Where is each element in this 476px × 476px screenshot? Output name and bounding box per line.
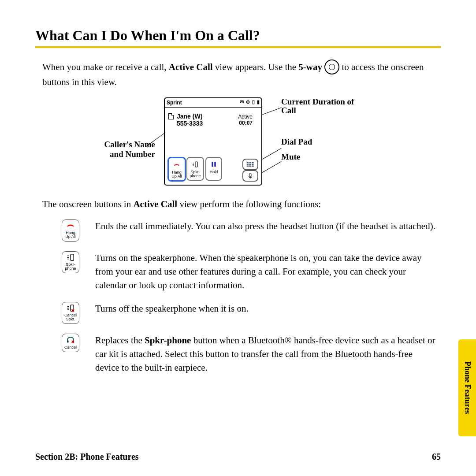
function-row-hangup: Hang Up All Ends the call immediately. Y… xyxy=(62,219,435,242)
icon-label: Cancel xyxy=(64,346,77,350)
headset-cancel-icon xyxy=(66,336,75,344)
svg-rect-15 xyxy=(67,341,69,342)
svg-rect-5 xyxy=(252,162,253,163)
dial-pad-button[interactable] xyxy=(242,159,258,170)
caller-name: Jane (W) xyxy=(177,113,202,120)
call-status: Active xyxy=(238,114,253,120)
lead-text: view perform the following functions: xyxy=(179,199,321,209)
dial-pad-icon xyxy=(246,161,255,167)
cancel-speaker-icon-box: Cancel Spkr. xyxy=(62,302,79,324)
status-icons: ✉ ⊕ ▯ ▮ xyxy=(240,99,260,105)
page-heading: What Can I Do When I'm On a Call? xyxy=(35,27,441,44)
bluetooth-cancel-icon-box: Cancel xyxy=(62,334,79,352)
svg-rect-2 xyxy=(214,162,216,167)
svg-rect-0 xyxy=(195,162,197,167)
speaker-icon xyxy=(66,253,75,261)
speakerphone-icon-box: Spkr- phone xyxy=(62,251,79,273)
side-tab: Phone Features xyxy=(458,339,476,436)
callout-line xyxy=(259,148,282,161)
callout-duration: Current Duration of Call xyxy=(281,97,369,115)
function-text: Ends the call immediately. You can also … xyxy=(95,219,435,242)
hang-up-all-icon-box: Hang Up All xyxy=(62,219,79,242)
callout-dialpad: Dial Pad xyxy=(281,137,356,147)
svg-rect-12 xyxy=(249,173,251,177)
active-call-diagram: Caller's Name and Number Current Duratio… xyxy=(97,97,379,187)
intro-paragraph: When you make or receive a call, Active … xyxy=(42,60,435,89)
svg-rect-3 xyxy=(247,162,249,163)
function-row-speaker: Spkr- phone Turns on the speakerphone. W… xyxy=(62,251,435,292)
mute-icon xyxy=(247,172,254,179)
svg-rect-8 xyxy=(252,164,253,165)
carrier-label: Sprint xyxy=(167,100,182,106)
icon-label: Cancel Spkr. xyxy=(64,313,77,321)
button-label: Spkr- phone xyxy=(187,170,203,178)
function-text: Replaces the Spkr-phone button when a Bl… xyxy=(95,334,435,375)
button-label: Hang Up All xyxy=(169,171,185,178)
footer-section: Section 2B: Phone Features xyxy=(35,452,139,462)
page-footer: Section 2B: Phone Features 65 xyxy=(35,452,441,462)
intro-bold-active-call: Active Call xyxy=(169,62,213,72)
five-way-icon xyxy=(324,60,339,74)
hang-up-all-button[interactable]: Hang Up All xyxy=(167,157,186,182)
button-label: Hold xyxy=(206,170,221,174)
lead-text: The onscreen buttons in xyxy=(42,199,133,209)
onscreen-buttons: Hang Up All Spkr- phone Ho xyxy=(165,157,261,182)
svg-rect-11 xyxy=(252,165,253,167)
function-text: Turns off the speakerphone when it is on… xyxy=(95,302,249,324)
contact-card-icon xyxy=(168,113,174,119)
lead-bold: Active Call xyxy=(133,199,177,209)
cancel-speaker-icon xyxy=(66,304,75,312)
phone-hangup-icon xyxy=(172,160,182,170)
svg-rect-6 xyxy=(247,164,249,165)
svg-rect-1 xyxy=(212,162,213,167)
function-row-bluetooth-cancel: Cancel Replaces the Spkr-phone button wh… xyxy=(62,334,435,375)
svg-rect-13 xyxy=(71,254,74,260)
intro-bold-5way: 5-way xyxy=(298,62,322,72)
phone-status-bar: Sprint ✉ ⊕ ▯ ▮ xyxy=(165,98,261,108)
phone-hangup-icon xyxy=(66,222,75,230)
function-text: Turns on the speakerphone. When the spea… xyxy=(95,251,435,292)
mute-button[interactable] xyxy=(242,170,258,182)
footer-page-number: 65 xyxy=(432,452,441,462)
fn4-bold: Spkr-phone xyxy=(145,335,191,346)
caller-number: 555-3333 xyxy=(177,120,203,127)
icon-label: Spkr- phone xyxy=(65,263,76,271)
pause-icon xyxy=(209,160,219,169)
callout-line xyxy=(259,161,282,175)
hold-button[interactable]: Hold xyxy=(205,157,222,181)
svg-rect-10 xyxy=(249,165,251,167)
icon-label: Hang Up All xyxy=(65,231,76,239)
svg-rect-4 xyxy=(249,162,251,163)
side-tab-label: Phone Features xyxy=(463,361,472,414)
intro-text: view appears. Use the xyxy=(215,62,299,72)
callout-mute: Mute xyxy=(281,152,356,162)
call-duration: 00:07 xyxy=(239,120,253,126)
speaker-icon xyxy=(190,160,200,169)
callout-caller: Caller's Name and Number xyxy=(93,140,155,159)
fn4-pre: Replaces the xyxy=(95,335,145,346)
heading-rule xyxy=(35,46,441,48)
svg-rect-7 xyxy=(249,164,251,165)
functions-lead: The onscreen buttons in Active Call view… xyxy=(42,199,435,210)
function-row-cancel-speaker: Cancel Spkr. Turns off the speakerphone … xyxy=(62,302,435,324)
speakerphone-button[interactable]: Spkr- phone xyxy=(186,157,204,181)
intro-text: When you make or receive a call, xyxy=(42,62,169,72)
phone-screen: Sprint ✉ ⊕ ▯ ▮ Jane (W) 555-3333 Active … xyxy=(164,97,262,186)
svg-rect-9 xyxy=(247,165,249,167)
